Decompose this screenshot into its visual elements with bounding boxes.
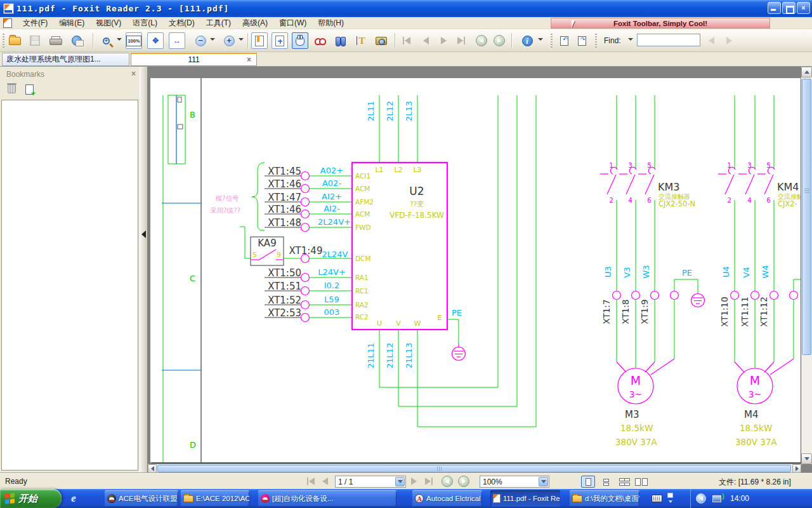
zoom-out-button[interactable]: − xyxy=(192,32,209,49)
page-number-box[interactable]: 1 / 1 xyxy=(335,476,406,488)
foxit-reader-window: 111.pdf - Foxit Reader 2.3 - [111.pdf] ×… xyxy=(0,0,812,508)
taskbar-button-foxit-active[interactable]: 111.pdf - Foxit Rea... xyxy=(490,490,560,507)
hand-tool-button[interactable] xyxy=(292,32,308,49)
taskbar-button-explorer-d-drive[interactable]: d:\我的文档\桌面\... xyxy=(570,490,639,507)
continuous-layout-button[interactable] xyxy=(599,476,613,488)
tab-close-icon[interactable]: × xyxy=(247,55,251,64)
status-next-view-button[interactable] xyxy=(458,476,469,487)
single-page-layout-button[interactable] xyxy=(581,476,595,488)
menu-document[interactable]: 文档(D) xyxy=(163,17,200,30)
zoom-tool-button[interactable] xyxy=(98,32,114,49)
rotate-right-button[interactable]: ↷ xyxy=(573,32,590,49)
tab-111-active[interactable]: 111 × xyxy=(131,53,257,66)
find-previous-button[interactable] xyxy=(703,32,719,49)
bookmarks-close-icon[interactable]: × xyxy=(131,69,136,78)
taskbar-button-qq-ace[interactable]: ACE电气设计联盟 xyxy=(105,490,178,507)
zoom-level-box[interactable]: 100% xyxy=(480,476,549,488)
internet-explorer-icon: e xyxy=(71,492,76,505)
start-button[interactable]: 开始 xyxy=(0,489,62,508)
menu-help[interactable]: 帮助(H) xyxy=(312,17,350,30)
actual-size-button[interactable]: 100% xyxy=(126,32,142,49)
fit-visible-button[interactable] xyxy=(272,32,288,49)
km3-name: KM3 xyxy=(658,181,679,193)
menu-language[interactable]: 语言(L) xyxy=(127,17,163,30)
print-button[interactable] xyxy=(47,32,63,49)
email-button[interactable] xyxy=(69,32,85,49)
find-input[interactable] xyxy=(637,34,700,46)
pe-label: PE xyxy=(682,268,692,277)
open-button[interactable] xyxy=(6,32,23,49)
status-prev-page-button[interactable] xyxy=(322,478,328,485)
menu-file[interactable]: 文件(F) xyxy=(17,17,53,30)
zoom-in-button[interactable]: + xyxy=(221,32,237,49)
fit-width-button[interactable]: ↔ xyxy=(169,32,185,49)
menu-advanced[interactable]: 高级(A) xyxy=(237,17,273,30)
find-next-button[interactable] xyxy=(721,32,737,49)
menu-edit[interactable]: 编辑(E) xyxy=(53,17,90,30)
restore-button[interactable] xyxy=(782,2,796,14)
minimize-button[interactable] xyxy=(768,2,781,14)
network-status-icon[interactable] xyxy=(712,495,721,502)
prev-page-button[interactable] xyxy=(417,32,434,49)
find-dropdown[interactable] xyxy=(628,38,633,41)
delete-bookmark-button[interactable] xyxy=(8,84,19,97)
close-button[interactable]: × xyxy=(797,2,810,14)
first-page-button[interactable] xyxy=(398,32,415,49)
zoom-tool-dropdown[interactable] xyxy=(117,38,122,41)
scroll-down-button[interactable] xyxy=(801,453,812,464)
fit-page-button[interactable]: ✥ xyxy=(147,32,164,49)
vertical-scrollbar[interactable] xyxy=(801,67,812,464)
status-first-page-button[interactable] xyxy=(307,478,315,485)
menu-view[interactable]: 视图(V) xyxy=(90,17,127,30)
last-page-button[interactable] xyxy=(453,32,469,49)
foxit-toolbar-promo-banner[interactable]: Foxit Toolbar, Simply Cool! xyxy=(551,18,770,29)
previous-view-button[interactable] xyxy=(473,32,490,49)
properties-dropdown[interactable] xyxy=(538,38,543,41)
taskbar-button-explorer-e-drive[interactable]: E:\ACE 2012\ACE\A... xyxy=(181,490,249,507)
status-last-page-button[interactable] xyxy=(425,478,433,485)
svg-text:XT1:10: XT1:10 xyxy=(719,297,730,327)
menu-window[interactable]: 窗口(W) xyxy=(273,17,312,30)
scroll-up-button[interactable] xyxy=(801,67,812,77)
input-method-button[interactable] xyxy=(652,495,662,502)
tray-collapse-button[interactable] xyxy=(696,493,706,504)
bookmarks-panel-button[interactable] xyxy=(251,32,268,49)
svg-text:W4: W4 xyxy=(761,265,770,278)
taskbar-button-qq-chat[interactable]: [超]自动化设备设... xyxy=(258,490,396,507)
page-dropdown-icon[interactable] xyxy=(395,477,405,486)
vertical-scroll-thumb[interactable] xyxy=(802,79,811,355)
reader-mode-button[interactable] xyxy=(312,32,329,49)
rotate-left-button[interactable]: ↶ xyxy=(556,32,572,49)
scroll-right-button[interactable] xyxy=(792,464,801,473)
panel-splitter[interactable] xyxy=(140,67,148,473)
horizontal-scrollbar[interactable] xyxy=(148,464,801,473)
tab-wastewater-diagram[interactable]: 废水处理系统电气原理图1... xyxy=(2,53,129,66)
horizontal-scroll-thumb[interactable] xyxy=(157,465,791,472)
zoom-dropdown-icon[interactable] xyxy=(539,477,548,486)
facing-layout-button[interactable] xyxy=(617,476,631,488)
zoom-out-dropdown[interactable] xyxy=(210,38,215,41)
save-icon xyxy=(30,36,40,46)
relay-pin-right: 9 xyxy=(277,251,281,259)
select-text-button[interactable]: T xyxy=(353,32,369,49)
toolbar-window-icon[interactable] xyxy=(667,493,673,498)
continuous-facing-layout-button[interactable] xyxy=(634,476,648,488)
menu-tools[interactable]: 工具(T) xyxy=(200,17,237,30)
bookmarks-list[interactable] xyxy=(1,100,138,471)
pdf-page[interactable]: B C D 模?信号 采用?缆?? 2L11 2L12 2L13 xyxy=(150,78,801,462)
snapshot-button[interactable] xyxy=(373,32,390,49)
next-page-button[interactable] xyxy=(435,32,452,49)
input-method-dropdown-icon[interactable] xyxy=(669,500,672,503)
status-previous-view-button[interactable] xyxy=(442,476,453,487)
properties-button[interactable]: i xyxy=(519,32,535,49)
search-button[interactable] xyxy=(332,32,349,49)
next-view-button[interactable] xyxy=(491,32,508,49)
quick-launch-ie[interactable]: e xyxy=(66,491,81,506)
status-next-page-button[interactable] xyxy=(411,478,417,485)
zoom-in-dropdown[interactable] xyxy=(239,38,244,41)
status-ready: Ready xyxy=(5,477,27,486)
save-button[interactable] xyxy=(27,32,43,49)
taskbar-button-autocad[interactable]: AAutocad Elctrical 20... xyxy=(412,490,482,507)
scroll-left-button[interactable] xyxy=(148,464,157,473)
add-bookmark-button[interactable] xyxy=(25,84,37,97)
